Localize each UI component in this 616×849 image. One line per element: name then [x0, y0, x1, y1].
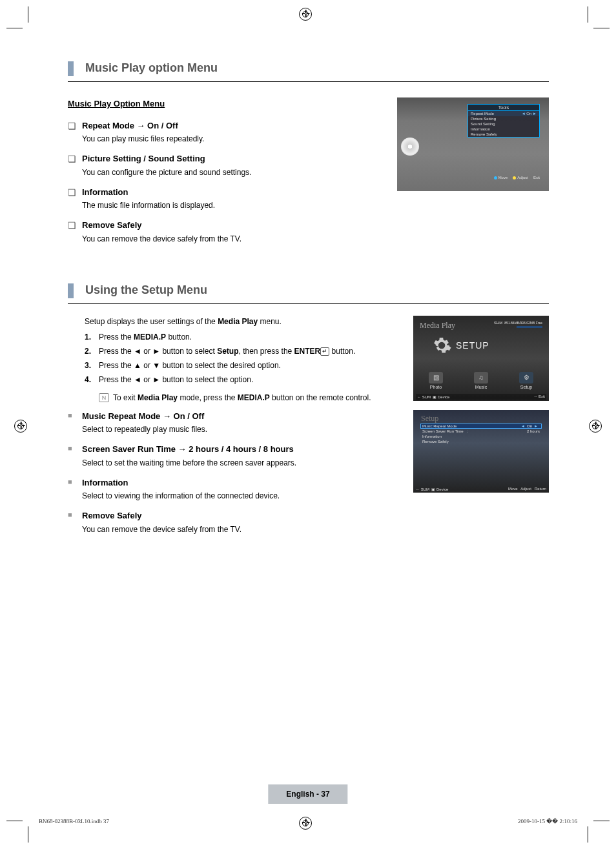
crop-mark [588, 6, 588, 23]
checkbox-bullet-icon: ❏ [68, 152, 82, 178]
section-header-using-setup-menu: Using the Setup Menu [68, 283, 549, 298]
sub-item: ■ Remove Safely You can remove the devic… [68, 509, 402, 535]
tools-row: Sound Setting [468, 121, 539, 127]
crop-mark [28, 826, 28, 843]
sub-item-title: Screen Saver Run Time → 2 hours / 4 hour… [82, 444, 294, 454]
sub-item-desc: Select to repeatedly play music files. [82, 422, 207, 435]
option-item: ❏ Information The music file information… [68, 186, 385, 212]
setup-list: Music Repeat Mode ◄On► Screen Saver Run … [422, 424, 540, 444]
checkbox-bullet-icon: ❏ [68, 119, 82, 145]
setup-footer: ← SUM ▣ Device Move Adjust Return [416, 487, 546, 491]
option-desc: You can configure the picture and sound … [82, 165, 251, 178]
sub-item-desc: Select to set the waiting time before th… [82, 456, 296, 469]
tools-row: Picture Setting [468, 116, 539, 121]
option-title: Remove Safely [82, 220, 142, 230]
crop-mark [6, 821, 23, 821]
registration-mark [589, 420, 602, 433]
sub-item: ■ Screen Saver Run Time → 2 hours / 4 ho… [68, 443, 402, 469]
setup-icon: ⚙ [519, 372, 533, 384]
option-title: Picture Setting / Sound Setting [82, 154, 205, 163]
media-play-setup-screenshot: Media Play SUM 851.86MB/993.02MB Free SE… [413, 316, 549, 401]
crop-mark [593, 28, 610, 28]
step-2: 2.Press the ◄ or ► button to select Setu… [85, 345, 402, 357]
sub-item-desc: Select to viewing the information of the… [82, 489, 280, 502]
setup-heading: Setup [421, 414, 438, 424]
checkbox-bullet-icon: ❏ [68, 186, 82, 212]
crop-mark [6, 28, 23, 28]
option-desc: You can remove the device safely from th… [82, 232, 241, 245]
option-list: ❏ Repeat Mode → On / Off You can play mu… [68, 119, 385, 245]
section-title: Using the Setup Menu [85, 283, 549, 298]
option-item: ❏ Remove Safely You can remove the devic… [68, 219, 385, 245]
setup-intro: Setup displays the user settings of the … [85, 316, 402, 327]
music-icon: ♫ [474, 372, 488, 384]
indd-timestamp: 2009-10-15 �� 2:10:16 [518, 818, 577, 824]
setup-list-screenshot: Setup Music Repeat Mode ◄On► Screen Save… [413, 410, 549, 493]
registration-mark [14, 420, 27, 433]
crop-mark [593, 821, 610, 821]
cd-icon [401, 138, 419, 156]
setup-row: Information [422, 434, 540, 439]
note-icon: N [99, 393, 109, 402]
setup-gear-icon: SETUP [431, 335, 489, 356]
option-desc: The music file information is displayed. [82, 198, 215, 211]
checkbox-bullet-icon: ❏ [68, 219, 82, 245]
tools-row: Information [468, 127, 539, 132]
step-4: 4.Press the ◄ or ► button to select the … [85, 374, 402, 385]
setup-row: Remove Safely [422, 439, 540, 444]
indd-filename: BN68-02388B-03L10.indb 37 [39, 818, 109, 824]
square-bullet-icon: ■ [68, 476, 82, 502]
photo-icon: ▧ [429, 372, 443, 384]
registration-mark [299, 8, 312, 21]
step-1: 1.Press the MEDIA.P button. [85, 331, 402, 343]
section-title: Music Play option Menu [85, 61, 549, 76]
step-3: 3.Press the ▲ or ▼ button to select the … [85, 360, 402, 371]
media-play-footer: ← SUM ▣ Device → Exit [416, 394, 546, 400]
sub-item-desc: You can remove the device safely from th… [82, 522, 241, 535]
sub-item: ■ Music Repeat Mode → On / Off Select to… [68, 410, 402, 436]
option-title: Repeat Mode → On / Off [82, 121, 178, 130]
setup-note: N To exit Media Play mode, press the MED… [99, 392, 402, 404]
tools-panel-title: Tools [468, 105, 539, 111]
crop-mark [28, 6, 28, 23]
tools-row: Remove Safely [468, 132, 539, 137]
crop-mark [588, 826, 588, 843]
media-play-title: Media Play [420, 321, 455, 331]
square-bullet-icon: ■ [68, 410, 82, 436]
nav-item-music: ♫Music [474, 372, 488, 389]
tools-row-repeat-mode: Repeat Mode ◄ On ► [468, 111, 539, 116]
setup-steps: 1.Press the MEDIA.P button. 2.Press the … [85, 331, 402, 385]
sub-item-title: Remove Safely [82, 511, 142, 520]
tools-panel: Tools Repeat Mode ◄ On ► Picture Setting… [467, 104, 540, 138]
subsection-title: Music Play Option Menu [68, 97, 165, 110]
section-header-music-play-option: Music Play option Menu [68, 61, 549, 76]
setup-sub-items: ■ Music Repeat Mode → On / Off Select to… [68, 410, 402, 535]
option-item: ❏ Repeat Mode → On / Off You can play mu… [68, 119, 385, 145]
setup-row: Screen Saver Run Time : 2 hours [422, 429, 540, 434]
option-desc: You can play music files repeatedly. [82, 132, 204, 145]
setup-label: SETUP [456, 340, 489, 351]
tools-menu-screenshot: Tools Repeat Mode ◄ On ► Picture Setting… [397, 97, 549, 191]
page-number: English - 37 [268, 784, 347, 804]
sub-item: ■ Information Select to viewing the info… [68, 476, 402, 502]
enter-icon: ↵ [320, 347, 329, 356]
storage-indicator: SUM 851.86MB/993.02MB Free [494, 321, 542, 325]
option-title: Information [82, 187, 128, 197]
registration-mark [299, 817, 312, 830]
tools-footer: Move Adjust Exit [494, 176, 540, 179]
sub-item-title: Information [82, 478, 128, 487]
sub-item-title: Music Repeat Mode → On / Off [82, 411, 204, 421]
nav-item-setup: ⚙Setup [519, 372, 533, 389]
option-item: ❏ Picture Setting / Sound Setting You ca… [68, 152, 385, 178]
square-bullet-icon: ■ [68, 443, 82, 469]
nav-item-photo: ▧Photo [429, 372, 443, 389]
square-bullet-icon: ■ [68, 509, 82, 535]
setup-row-music-repeat: Music Repeat Mode ◄On► [420, 424, 542, 429]
